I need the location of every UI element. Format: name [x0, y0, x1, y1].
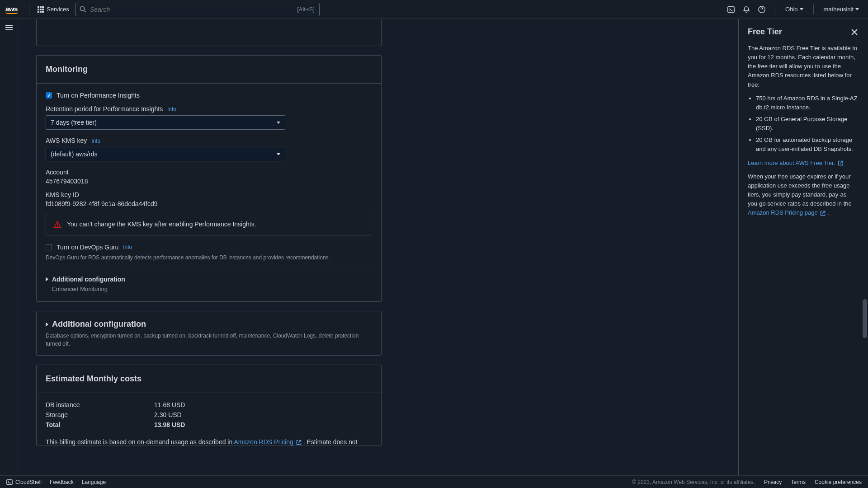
cost-label: Total [46, 421, 154, 428]
svg-point-0 [80, 6, 84, 10]
search-input[interactable] [90, 6, 297, 13]
triangle-right-icon [46, 322, 48, 327]
devops-guru-checkbox[interactable] [46, 244, 52, 250]
external-link-icon [838, 160, 843, 166]
aws-logo[interactable]: aws [5, 5, 18, 14]
main-content: Monitoring Turn on Performance Insights … [18, 19, 737, 475]
kms-select[interactable]: (default) aws/rds [46, 147, 285, 161]
divider [775, 5, 775, 14]
cookie-prefs-link[interactable]: Cookie preferences [815, 479, 862, 485]
pricing-page-link[interactable]: Amazon RDS Pricing page [748, 209, 827, 216]
scrollbar-thumb[interactable] [863, 299, 867, 338]
free-tier-p1: The Amazon RDS Free Tier is available to… [748, 44, 859, 89]
rds-pricing-link[interactable]: Amazon RDS Pricing [234, 438, 303, 446]
close-icon [851, 29, 858, 35]
previous-section-stub [36, 19, 382, 46]
kms-warning-alert: You can't change the KMS key after enabl… [46, 214, 371, 235]
copyright: © 2023, Amazon Web Services, Inc. or its… [632, 479, 755, 485]
cost-label: Storage [46, 411, 154, 418]
search-box[interactable]: [Alt+S] [75, 3, 320, 16]
grid-icon [38, 6, 44, 13]
costs-card: Estimated Monthly costs DB instance 11.6… [36, 365, 382, 446]
divider [813, 5, 814, 14]
services-label: Services [47, 6, 69, 13]
triangle-right-icon [46, 277, 48, 282]
services-button[interactable]: Services [34, 4, 73, 14]
caret-down-icon [855, 8, 859, 10]
top-nav: aws Services [Alt+S] Ohio matheusinit [0, 0, 868, 19]
region-selector[interactable]: Ohio [782, 4, 807, 14]
privacy-link[interactable]: Privacy [764, 479, 782, 485]
close-button[interactable] [850, 28, 859, 37]
cost-value: 2.30 USD [154, 411, 182, 418]
retention-value: 7 days (free tier) [51, 119, 277, 126]
additional-config-toggle[interactable]: Additional configuration [46, 276, 372, 283]
kms-info-link[interactable]: Info [91, 138, 100, 144]
cost-row: DB instance 11.68 USD [46, 401, 372, 408]
free-tier-item: 20 GB of General Purpose Storage (SSD). [756, 115, 859, 133]
free-tier-panel: Free Tier The Amazon RDS Free Tier is av… [738, 19, 868, 475]
account-value: 457679403018 [46, 178, 372, 185]
cloudshell-icon[interactable] [724, 3, 738, 16]
bottom-bar: CloudShell Feedback Language © 2023, Ama… [0, 475, 868, 488]
costs-header: Estimated Monthly costs [37, 365, 381, 393]
search-icon [80, 6, 86, 13]
additional-config-subtitle: Database options, encryption turned on, … [46, 332, 372, 348]
perf-insights-checkbox[interactable] [46, 92, 52, 99]
left-rail [0, 19, 18, 475]
cloudshell-icon [6, 479, 13, 485]
retention-info-link[interactable]: Info [167, 106, 176, 113]
language-button[interactable]: Language [82, 479, 106, 485]
free-tier-p2: When your free usage expires or if your … [748, 172, 859, 218]
divider [29, 5, 29, 14]
free-tier-item: 20 GB for automated backup storage and a… [756, 136, 859, 154]
region-label: Ohio [785, 6, 797, 13]
costs-title: Estimated Monthly costs [46, 374, 372, 384]
perf-insights-label: Turn on Performance Insights [57, 92, 140, 99]
account-menu[interactable]: matheusinit [820, 4, 863, 14]
kms-value: (default) aws/rds [51, 150, 277, 158]
external-link-icon [820, 211, 826, 216]
devops-desc: DevOps Guru for RDS automatically detect… [46, 253, 372, 262]
external-link-icon [296, 440, 302, 445]
search-hint: [Alt+S] [297, 6, 315, 13]
scrollbar[interactable] [862, 19, 868, 475]
monitoring-title: Monitoring [46, 65, 372, 74]
enhanced-monitoring-sub: Enhanced Monitoring [52, 286, 372, 292]
caret-down-icon [800, 8, 803, 10]
notifications-icon[interactable] [740, 3, 753, 16]
monitoring-header: Monitoring [37, 56, 381, 84]
additional-config-label: Additional configuration [52, 276, 125, 283]
warning-icon [53, 221, 61, 229]
learn-more-link[interactable]: Learn more about AWS Free Tier. [748, 160, 843, 166]
devops-guru-label: Turn on DevOps Guru [57, 244, 118, 251]
retention-label: Retention period for Performance Insight… [46, 105, 163, 113]
cost-value: 13.98 USD [154, 421, 185, 428]
svg-point-5 [57, 226, 58, 227]
monitoring-card: Monitoring Turn on Performance Insights … [36, 55, 382, 302]
svg-rect-8 [7, 479, 12, 484]
account-label: Account [46, 169, 372, 176]
kms-id-label: KMS key ID [46, 191, 372, 198]
help-icon[interactable] [755, 3, 769, 16]
free-tier-title: Free Tier [748, 27, 782, 37]
kms-id-value: fd1089f9-9282-4f8f-9e1a-86deda44fcd9 [46, 200, 372, 207]
caret-down-icon [277, 153, 280, 155]
cloudshell-button[interactable]: CloudShell [6, 479, 42, 485]
cost-label: DB instance [46, 401, 154, 408]
svg-line-1 [84, 10, 86, 12]
devops-info-link[interactable]: Info [123, 244, 132, 250]
costs-footnote: This billing estimate is based on on-dem… [37, 436, 381, 446]
additional-config-title[interactable]: Additional configuration [52, 319, 146, 329]
additional-config-card: Additional configuration Database option… [36, 311, 382, 356]
alert-text: You can't change the KMS key after enabl… [67, 221, 256, 228]
account-label: matheusinit [824, 6, 854, 13]
free-tier-item: 750 hrs of Amazon RDS in a Single-AZ db.… [756, 94, 859, 112]
kms-label: AWS KMS key [46, 137, 87, 144]
hamburger-button[interactable] [5, 23, 13, 475]
retention-select[interactable]: 7 days (free tier) [46, 115, 285, 130]
terms-link[interactable]: Terms [791, 479, 806, 485]
cost-value: 11.68 USD [154, 401, 185, 408]
cost-row: Storage 2.30 USD [46, 411, 372, 418]
feedback-button[interactable]: Feedback [50, 479, 74, 485]
